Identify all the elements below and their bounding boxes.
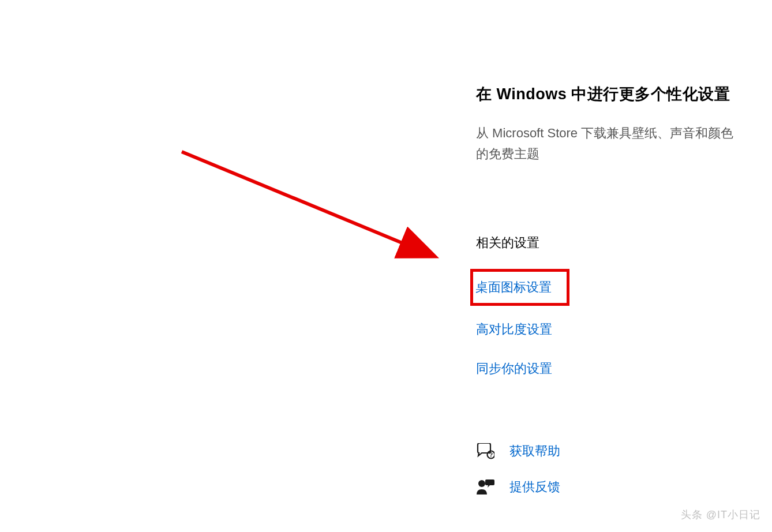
personalization-description: 从 Microsoft Store 下载兼具壁纸、声音和颜色的免费主题 (476, 123, 741, 165)
help-icon: ? (476, 442, 499, 460)
get-help-link[interactable]: 获取帮助 (509, 443, 560, 460)
svg-point-2 (478, 480, 485, 487)
settings-right-panel: 在 Windows 中进行更多个性化设置 从 Microsoft Store 下… (476, 84, 741, 514)
annotation-arrow (179, 149, 444, 264)
personalization-heading: 在 Windows 中进行更多个性化设置 (476, 84, 741, 104)
give-feedback-link[interactable]: 提供反馈 (509, 478, 560, 496)
svg-text:?: ? (489, 452, 493, 458)
support-section: ? 获取帮助 提供反馈 (476, 442, 741, 496)
related-settings-heading: 相关的设置 (476, 234, 741, 252)
desktop-icon-settings-link[interactable]: 桌面图标设置 (475, 281, 552, 294)
high-contrast-settings-link[interactable]: 高对比度设置 (476, 323, 552, 336)
svg-line-4 (182, 152, 433, 256)
sync-settings-link[interactable]: 同步你的设置 (476, 362, 552, 375)
watermark-text: 头条 @IT小日记 (681, 508, 760, 522)
feedback-icon (476, 478, 499, 496)
annotation-highlight-box: 桌面图标设置 (470, 269, 569, 306)
